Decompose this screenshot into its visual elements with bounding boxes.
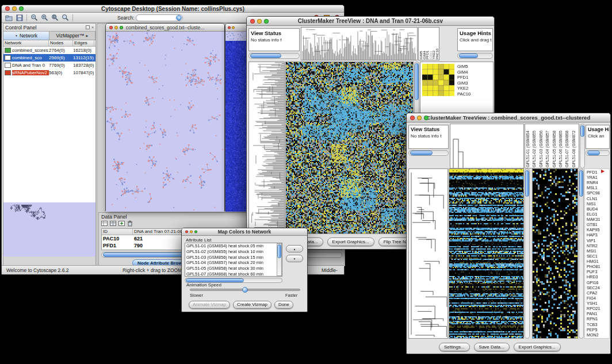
export-graphics-button[interactable]: Export Graphics... [327,237,374,246]
save-data-button[interactable]: Save Data... [474,343,510,351]
column-header-id[interactable]: ID [102,229,133,235]
scrollbar-thumb[interactable] [525,170,529,197]
mini-hscrollbar [408,150,449,156]
attribute-item[interactable]: GPL51-05 (GSM858) heat shock 30 min [185,266,282,271]
close-icon[interactable] [109,26,113,29]
network-list-item[interactable]: combined_sco2569(6)13112(15) [3,54,95,62]
close-icon[interactable] [250,19,255,24]
status-hint-zoom: Right-click + drag to ZOOM [123,267,182,273]
trash-icon[interactable] [127,219,133,229]
zoom-window-icon[interactable] [19,6,24,11]
scrollbar-thumb[interactable] [415,63,419,100]
zoom-window-icon[interactable] [120,26,123,29]
attribute-item[interactable]: GPL51-07 (GSM868) heat shock 60 min [185,271,282,277]
array-column-labels: GPL51-01 (GSM854GPL51-02 (GSM855GPL51-03… [525,124,579,168]
settings-button[interactable]: Settings... [439,343,470,351]
tab-vizmapper™[interactable]: VizMapper™▶ [49,32,95,40]
column-header-network[interactable]: Network [3,40,49,46]
network-list-item[interactable]: combined_scores2764(0)16218(0) [3,47,95,54]
expression-heatmap[interactable] [286,62,413,233]
column-header-edges[interactable]: Edges [73,40,94,46]
close-icon[interactable] [228,26,231,29]
column-label-yke2: YKE2 [432,28,435,59]
chevron-down-icon[interactable]: ▼ [176,15,182,21]
cytoscape-titlebar[interactable]: Cytoscape Desktop (Session Name: collins… [2,5,344,13]
close-icon[interactable] [5,6,10,11]
move-attribute-up-button[interactable]: ▲ [286,245,303,252]
dense-view-titlebar[interactable] [225,24,248,32]
zoom-out-icon[interactable] [30,14,39,22]
zoom-window-icon[interactable] [264,19,269,24]
attribute-item[interactable]: GPL51-01 (GSM854) heat shock 05 min [185,243,282,249]
zoom-selected-icon[interactable] [61,14,70,22]
gene-label-gtb1: GTB1 [586,222,609,227]
treeview-combined-titlebar[interactable]: ClusterMaker TreeView : combined_scores_… [407,113,610,122]
mini-hscrollbar [457,53,493,59]
done-button[interactable]: Done [274,301,293,309]
create-vizmap-button[interactable]: Create Vizmap [233,301,271,309]
move-attribute-down-button[interactable]: ▼ [286,255,303,262]
minimize-icon[interactable] [190,231,193,233]
matrix-row-labels: GIM5GIM4PFD1GIM3YKE2PAC10 [457,64,471,97]
heatmap-panel [449,168,524,339]
export-graphics-button[interactable]: Export Graphics... [514,343,561,351]
close-icon[interactable] [185,231,188,233]
array-column-label: GPL51-06 (GSM865 [559,125,565,167]
row-dendrogram[interactable] [249,62,284,233]
treeview-dna-titlebar[interactable]: ClusterMaker TreeView : DNA and Tran 07-… [247,17,494,26]
minimize-icon[interactable] [232,26,235,29]
float-panel-icon[interactable] [86,25,90,29]
open-session-icon[interactable] [5,14,13,22]
toolbar-separator [26,14,27,21]
animation-speed-slider[interactable] [190,289,300,291]
network-view-titlebar[interactable]: combined_scores_good.txt--cluste... [106,24,224,32]
column-dendrogram[interactable] [450,124,523,168]
scrollbar-thumb[interactable] [410,151,433,155]
scrollbar-thumb[interactable] [186,278,244,282]
minimize-icon[interactable] [114,26,118,29]
scrollbar-thumb[interactable] [459,53,478,58]
network-list-item[interactable]: DNA and Tran 07769(0)183728(0) [3,62,95,69]
status-hint-pan: Middle- [322,267,338,273]
network-overview-thumbnail[interactable] [3,202,95,256]
scrollbar-thumb[interactable] [277,244,281,258]
save-session-icon[interactable] [15,14,24,22]
attribute-listbox[interactable]: GPL51-01 (GSM854) heat shock 05 minGPL51… [185,243,282,277]
zoom-window-icon[interactable] [194,231,197,233]
minimize-icon[interactable] [12,6,17,11]
column-header-nodes[interactable]: Nodes [49,40,73,46]
scrollbar-thumb[interactable] [580,125,584,137]
zoom-window-icon[interactable] [424,116,429,120]
zoom-in-icon[interactable] [40,14,49,22]
attribute-item[interactable]: GPL51-02 (GSM855) heat shock 10 min [185,249,282,255]
minimize-icon[interactable] [417,116,422,120]
secondary-heatmap[interactable] [533,169,577,338]
array-column-label: GPL51-04 (GSM857 [545,125,552,167]
animate-vizmap-button[interactable]: Animate Vizmap [189,301,230,309]
row-dendrogram[interactable] [409,169,447,338]
slider-knob[interactable] [242,287,248,293]
arrow-down-icon: ▼ [293,257,296,260]
tab-network[interactable]: ▼Network [3,32,49,40]
close-icon[interactable] [410,116,415,120]
attribute-item[interactable]: GPL51-04 (GSM857) heat shock 20 min [185,260,282,266]
column-dendrogram[interactable] [301,28,417,60]
expression-heatmap[interactable] [449,169,523,338]
network-canvas[interactable] [106,32,224,212]
scrollbar-thumb[interactable] [579,170,583,197]
attribute-select-icon[interactable] [101,219,108,229]
usage-hints-heading: Usage Hints [460,30,491,36]
zoom-fit-icon[interactable] [51,14,59,22]
close-panel-icon[interactable]: × [91,25,94,29]
network-list-item[interactable]: sRNAPuberNov2563(0)107847(0) [3,69,95,76]
scrollbar-thumb[interactable] [250,53,281,58]
similarity-matrix[interactable] [422,64,454,96]
create-attribute-icon[interactable] [118,219,125,229]
minimize-icon[interactable] [257,19,262,24]
search-input[interactable]: ▼ [136,14,183,21]
dense-network-canvas[interactable] [225,32,248,212]
attribute-table-icon[interactable] [110,219,116,229]
attribute-item[interactable]: GPL51-03 (GSM856) heat shock 15 min [185,255,282,260]
scrollbar-thumb[interactable] [587,151,600,155]
dialog-titlebar[interactable]: Map Colors to Network [182,228,307,236]
